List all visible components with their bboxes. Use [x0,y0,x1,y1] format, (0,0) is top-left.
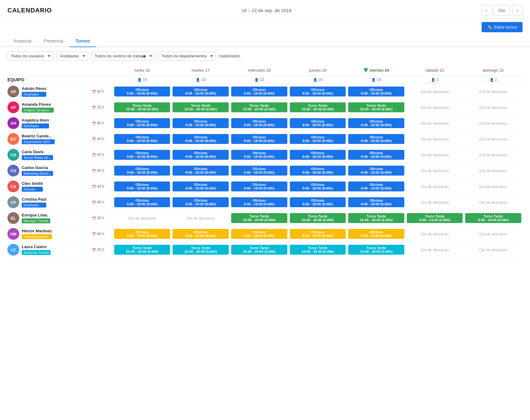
workcenters-filter[interactable]: Todos los centros de trabaj◆ [91,51,155,60]
shift-cell-4-0[interactable]: Oficinas9:00 - 18:00 (8:00h) [113,147,172,163]
shift-cell-10-2[interactable]: Turno Tarde15:00 - 20:00 (5:00h) [230,242,289,258]
shift-cell-6-4[interactable]: Oficinas9:00 - 18:00 (8:00h) [347,179,406,194]
employee-cell-7: CP Cristina Paul Diseñador [7,194,91,210]
shift-cell-1-3[interactable]: Turno Tarde15:00 - 20:00 (5:00h) [289,100,347,115]
shift-cell-1-0[interactable]: Turno Tarde15:00 - 20:00 (5:00h) [113,100,172,115]
shift-cell-8-1: Día de descanso [171,210,230,226]
shift-cell-10-0[interactable]: Turno Tarde15:00 - 20:00 (5:00h) [113,242,172,258]
departments-filter[interactable]: Todos los departamentos [158,51,216,60]
shift-cell-0-0[interactable]: Oficinas9:00 - 18:00 (8:00h) [113,84,172,100]
shift-cell-4-3[interactable]: Oficinas9:00 - 18:00 (8:00h) [289,147,347,163]
shift-cell-8-0: Día de descanso [113,210,172,226]
app-title: CALENDARIO [7,7,52,14]
hours-cell-6: 40 h [91,179,113,194]
table-row: CG Carlos García Marketing Direct... 40 … [7,163,523,179]
shift-cell-5-6: Día de descanso [464,163,523,179]
shift-cell-1-4[interactable]: Turno Tarde15:00 - 20:00 (5:00h) [347,100,406,115]
avatar: BC [7,133,19,145]
shift-cell-1-1[interactable]: Turno Tarde15:00 - 20:00 (5:00h) [171,100,230,115]
avatar: AP [7,86,19,97]
edit-icon: ✏️ [487,25,492,29]
hours-cell-10: 25 h [91,242,113,258]
table-row: CP Cristina Paul Diseñador 40 hOficinas9… [7,194,523,210]
employee-cell-8: EL Enrique Lima Manager Tienda [7,210,91,226]
shift-cell-7-3[interactable]: Oficinas9:00 - 18:00 (8:00h) [289,194,347,210]
shift-cell-5-3[interactable]: Oficinas9:00 - 18:00 (8:00h) [289,163,347,179]
shift-cell-10-3[interactable]: Turno Tarde15:00 - 20:00 (5:00h) [289,242,347,258]
shift-cell-1-2[interactable]: Turno Tarde15:00 - 20:00 (5:00h) [230,100,289,115]
shift-cell-0-4[interactable]: Oficinas9:00 - 18:00 (8:00h) [347,84,406,100]
shift-cell-10-1[interactable]: Turno Tarde15:00 - 20:00 (5:00h) [171,242,230,258]
tab-turnos[interactable]: Turnos [70,35,96,47]
shift-cell-7-4[interactable]: Oficinas9:00 - 18:00 (8:00h) [347,194,406,210]
table-row: CS Cleo Smith Director 40 hOficinas9:00 … [7,179,523,194]
shift-cell-5-4[interactable]: Oficinas9:00 - 18:00 (8:00h) [347,163,406,179]
shift-cell-4-1[interactable]: Oficinas9:00 - 18:00 (8:00h) [171,147,230,163]
table-row: EL Enrique Lima Manager Tienda 25 hDía d… [7,210,523,226]
users-filter[interactable]: Todos los usuarios [7,51,53,60]
shift-cell-8-4[interactable]: Turno Tarde15:00 - 20:00 (5:00h) [347,210,406,226]
shift-cell-0-2[interactable]: Oficinas9:00 - 18:00 (8:00h) [230,84,289,100]
shift-cell-6-2[interactable]: Oficinas9:00 - 18:00 (8:00h) [230,179,289,194]
shift-cell-2-5: Día de descanso [406,115,464,131]
table-row: BC Beatriz Cande... Especialista SEO... … [7,131,523,147]
shift-cell-6-3[interactable]: Oficinas9:00 - 18:00 (8:00h) [289,179,347,194]
day-header-5: sábado 21 [406,65,464,76]
shift-cell-10-4[interactable]: Turno Tarde15:00 - 20:00 (5:00h) [347,242,406,258]
employee-cell-10: LC Laura Castro Asistente Tienda [7,242,91,258]
edit-turnos-button[interactable]: ✏️ Editar turnos [482,22,523,32]
shift-cell-6-5: Día de descanso [406,179,464,194]
shift-cell-4-2[interactable]: Oficinas9:00 - 18:00 (8:00h) [230,147,289,163]
equipo-label: EQUIPO [7,76,91,84]
employee-cell-5: CG Carlos García Marketing Direct... [7,163,91,179]
shift-cell-3-4[interactable]: Oficinas9:00 - 18:00 (8:00h) [347,131,406,147]
hours-cell-3: 40 h [91,131,113,147]
shift-cell-8-6[interactable]: Turno Tarde9:00 - 14:00 (5:00h) [464,210,523,226]
shift-cell-7-0[interactable]: Oficinas9:00 - 18:00 (8:00h) [113,194,172,210]
avatar: CP [7,196,19,208]
header-row: lunes 16 martes 17 miércoles 18 jueves 1… [7,65,523,76]
status-filter[interactable]: Aceptadas [56,51,88,60]
shift-cell-9-0[interactable]: Oficinas9:00 - 18:00 (8:00h) [113,226,172,242]
day-button[interactable]: Día [493,5,510,16]
shift-cell-3-1[interactable]: Oficinas9:00 - 18:00 (8:00h) [171,131,230,147]
tab-presencia[interactable]: Presencia [38,35,70,47]
shift-cell-2-2[interactable]: Oficinas9:00 - 18:00 (8:00h) [230,115,289,131]
prev-button[interactable]: ‹ [481,5,492,16]
shift-cell-2-4[interactable]: Oficinas9:00 - 18:00 (8:00h) [347,115,406,131]
shift-cell-0-3[interactable]: Oficinas9:00 - 18:00 (8:00h) [289,84,347,100]
shift-cell-2-3[interactable]: Oficinas9:00 - 18:00 (8:00h) [289,115,347,131]
shift-cell-8-3[interactable]: Turno Tarde15:00 - 20:00 (5:00h) [289,210,347,226]
tab-ausencia[interactable]: Ausencia [7,35,38,47]
shift-cell-5-2[interactable]: Oficinas9:00 - 18:00 (8:00h) [230,163,289,179]
shift-cell-4-4[interactable]: Oficinas9:00 - 18:00 (8:00h) [347,147,406,163]
shift-cell-0-1[interactable]: Oficinas9:00 - 18:00 (8:00h) [171,84,230,100]
shift-cell-3-2[interactable]: Oficinas9:00 - 18:00 (8:00h) [230,131,289,147]
nav-controls: ‹ Día › [481,5,523,16]
shift-cell-9-1[interactable]: Oficinas9:00 - 18:00 (8:00h) [171,226,230,242]
shift-cell-4-5: Día de descanso [406,147,464,163]
shift-cell-3-0[interactable]: Oficinas9:00 - 18:00 (8:00h) [113,131,172,147]
table-row: CD Carla Davis Social Media Str... 40 hO… [7,147,523,163]
avatar: EL [7,212,19,224]
hours-cell-4: 40 h [91,147,113,163]
hours-cell-0: 40 h [91,84,113,100]
shift-cell-5-0[interactable]: Oficinas9:00 - 18:00 (8:00h) [113,163,172,179]
shift-cell-7-2[interactable]: Oficinas9:00 - 18:00 (8:00h) [230,194,289,210]
shift-cell-2-0[interactable]: Oficinas9:00 - 18:00 (8:00h) [113,115,172,131]
shift-cell-9-2[interactable]: Oficinas9:00 - 18:00 (8:00h) [230,226,289,242]
next-button[interactable]: › [512,5,523,16]
shift-cell-9-4[interactable]: Oficinas9:00 - 18:00 (8:00h) [347,226,406,242]
shift-cell-8-2[interactable]: Turno Tarde15:00 - 20:00 (5:00h) [230,210,289,226]
shift-cell-2-1[interactable]: Oficinas9:00 - 18:00 (8:00h) [171,115,230,131]
shift-cell-5-1[interactable]: Oficinas9:00 - 18:00 (8:00h) [171,163,230,179]
shift-cell-3-3[interactable]: Oficinas9:00 - 18:00 (8:00h) [289,131,347,147]
shift-cell-6-1[interactable]: Oficinas9:00 - 18:00 (8:00h) [171,179,230,194]
shift-cell-0-6: Día de descanso [464,84,523,100]
shift-cell-7-1[interactable]: Oficinas9:00 - 18:00 (8:00h) [171,194,230,210]
employee-cell-0: AP Adrián Pérez Diseñador [7,84,91,100]
shift-cell-6-0[interactable]: Oficinas9:00 - 18:00 (8:00h) [113,179,172,194]
shift-cell-9-3[interactable]: Oficinas9:00 - 18:00 (8:00h) [289,226,347,242]
shift-cell-8-5[interactable]: Turno Tarde9:00 - 14:00 (5:00h) [406,210,464,226]
avatar: HM [7,228,19,240]
